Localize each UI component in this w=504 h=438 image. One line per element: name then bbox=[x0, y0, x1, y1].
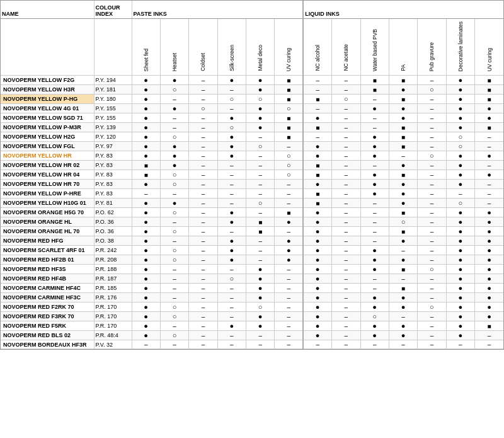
data-cell: ● bbox=[132, 217, 160, 227]
data-cell: – bbox=[332, 312, 360, 321]
table-row: NOVOPERM RED F3RK 70P.R. 170●○––●–●–○––●… bbox=[1, 312, 503, 321]
col-decorative-lam: Decorative laminates bbox=[446, 19, 474, 76]
data-cell: ● bbox=[446, 104, 474, 113]
product-name: NOVOPERM RED HF4B bbox=[1, 274, 94, 284]
data-cell: ■ bbox=[475, 321, 504, 331]
data-cell: – bbox=[217, 312, 246, 321]
data-cell: ● bbox=[303, 113, 331, 123]
data-cell: ○ bbox=[217, 274, 246, 284]
data-cell: – bbox=[332, 284, 360, 293]
data-cell: ● bbox=[475, 104, 504, 113]
product-name: NOVOPERM BORDEAUX HF3R bbox=[1, 340, 94, 349]
data-cell: – bbox=[475, 132, 504, 142]
data-cell: – bbox=[360, 217, 389, 227]
colour-index-value: P.O. 36 bbox=[94, 217, 132, 227]
data-cell: – bbox=[475, 340, 504, 349]
data-cell: ● bbox=[389, 104, 417, 113]
data-cell: – bbox=[160, 321, 188, 331]
data-cell: ● bbox=[446, 123, 474, 132]
data-cell: – bbox=[475, 199, 504, 208]
colour-index-value: P.O. 38 bbox=[94, 236, 132, 246]
colour-index-value: P.Y. 180 bbox=[94, 95, 132, 104]
data-cell: ● bbox=[303, 217, 331, 227]
data-cell: ○ bbox=[217, 95, 246, 104]
data-cell: ○ bbox=[160, 170, 188, 180]
table-row: NOVOPERM YELLOW HR 04P.Y. 83■○–––○■–●■–●… bbox=[1, 170, 503, 180]
data-cell: ■ bbox=[275, 85, 303, 95]
data-cell: ● bbox=[389, 189, 417, 199]
data-cell: ● bbox=[360, 331, 389, 340]
data-cell: – bbox=[332, 236, 360, 246]
data-cell: – bbox=[246, 331, 275, 340]
data-cell: – bbox=[217, 180, 246, 189]
table-row: NOVOPERM RED HFGP.O. 38●––●–●●––●–●● bbox=[1, 236, 503, 246]
data-cell: ● bbox=[132, 255, 160, 265]
data-cell: ● bbox=[132, 180, 160, 189]
table-row: NOVOPERM RED HF4BP.R. 187●––○●–●––––●● bbox=[1, 274, 503, 284]
name-col-spacer bbox=[1, 19, 94, 76]
data-cell: ● bbox=[132, 331, 160, 340]
col-pa: PA bbox=[389, 19, 417, 76]
col-sheet-fed: Sheet fed bbox=[132, 19, 160, 76]
data-cell: – bbox=[217, 227, 246, 236]
data-cell: – bbox=[303, 340, 331, 349]
data-cell: – bbox=[389, 312, 417, 321]
data-cell: ● bbox=[446, 265, 474, 274]
liquid-inks-header: LIQUID INKS bbox=[303, 1, 503, 19]
data-cell: ■ bbox=[275, 76, 303, 85]
data-cell: – bbox=[189, 265, 217, 274]
colour-index-value: P.Y. 81 bbox=[94, 199, 132, 208]
product-name: NOVOPERM YELLOW 5GD 71 bbox=[1, 113, 94, 123]
table-row: NOVOPERM YELLOW H2GP.Y. 120●○–●–■––●■–○– bbox=[1, 132, 503, 142]
product-name: NOVOPERM RED BLS 02 bbox=[1, 331, 94, 340]
colour-index-value: P.R. 48:4 bbox=[94, 331, 132, 340]
data-cell: ● bbox=[246, 321, 275, 331]
data-cell: ● bbox=[475, 303, 504, 312]
data-cell: ● bbox=[389, 236, 417, 246]
data-cell: ■ bbox=[303, 199, 331, 208]
data-cell: ● bbox=[360, 170, 389, 180]
data-cell: ■ bbox=[475, 85, 504, 95]
data-cell: – bbox=[360, 123, 389, 132]
data-cell: – bbox=[303, 85, 331, 95]
data-cell: – bbox=[475, 331, 504, 340]
data-cell: ● bbox=[132, 274, 160, 284]
data-cell: ○ bbox=[160, 85, 188, 95]
data-cell: – bbox=[418, 246, 446, 255]
data-cell: – bbox=[217, 85, 246, 95]
data-cell: – bbox=[475, 161, 504, 170]
data-cell: – bbox=[217, 104, 246, 113]
data-cell: – bbox=[332, 151, 360, 161]
data-cell: – bbox=[446, 340, 474, 349]
data-cell: ● bbox=[303, 208, 331, 217]
data-cell: ● bbox=[303, 246, 331, 255]
data-cell: ● bbox=[360, 104, 389, 113]
product-name: NOVOPERM SCARLET 4RF 01 bbox=[1, 246, 94, 255]
colour-index-value: P.Y. 83 bbox=[94, 170, 132, 180]
colour-index-value: P.Y. 83 bbox=[94, 189, 132, 199]
data-cell: – bbox=[189, 170, 217, 180]
data-cell: ● bbox=[360, 151, 389, 161]
data-cell: ● bbox=[217, 151, 246, 161]
table-row: NOVOPERM RED F5RKP.R. 170●––●●–●–●●–●■ bbox=[1, 321, 503, 331]
table-row: NOVOPERM RED HF3SP.R. 188●–––●–●–●■○●● bbox=[1, 265, 503, 274]
data-cell: – bbox=[418, 274, 446, 284]
data-cell: ● bbox=[217, 217, 246, 227]
data-cell: ● bbox=[160, 104, 188, 113]
colour-index-value: P.Y. 155 bbox=[94, 104, 132, 113]
data-cell: – bbox=[132, 340, 160, 349]
product-name: NOVOPERM YELLOW H3R bbox=[1, 85, 94, 95]
data-cell: – bbox=[160, 284, 188, 293]
data-cell: – bbox=[389, 246, 417, 255]
data-cell: ● bbox=[246, 104, 275, 113]
data-cell: ● bbox=[389, 180, 417, 189]
table-row: NOVOPERM RED BLS 02P.R. 48:4●○––––●–●●–●… bbox=[1, 331, 503, 340]
data-cell: – bbox=[332, 199, 360, 208]
data-cell: ● bbox=[246, 123, 275, 132]
col-uv-curing-1: UV curing bbox=[275, 19, 303, 76]
data-cell: ● bbox=[389, 331, 417, 340]
product-name: NOVOPERM YELLOW P-HG bbox=[1, 95, 94, 104]
data-cell: ● bbox=[132, 303, 160, 312]
data-cell: ● bbox=[246, 284, 275, 293]
data-cell: – bbox=[217, 293, 246, 303]
